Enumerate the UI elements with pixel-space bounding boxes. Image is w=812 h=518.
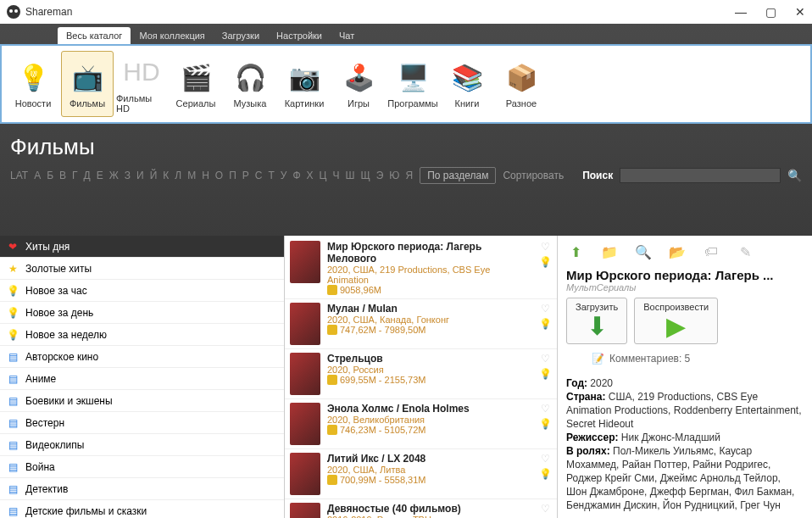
bulb-icon[interactable]: 💡 bbox=[539, 468, 552, 480]
sidebar-item[interactable]: ★Золотые хиты bbox=[0, 258, 284, 280]
letter-Я[interactable]: Я bbox=[405, 170, 413, 181]
heart-icon[interactable]: ♡ bbox=[541, 353, 550, 365]
sidebar-item[interactable]: ▤Детские фильмы и сказки bbox=[0, 500, 284, 518]
letter-М[interactable]: М bbox=[187, 170, 196, 181]
sidebar-item[interactable]: ▤Авторское кино bbox=[0, 346, 284, 368]
toolbar-label: Игры bbox=[348, 98, 370, 109]
tab-Настройки[interactable]: Настройки bbox=[268, 27, 331, 44]
letter-О[interactable]: О bbox=[215, 170, 223, 181]
search-icon[interactable]: 🔍 bbox=[787, 169, 802, 182]
sidebar-item[interactable]: ▤Аниме bbox=[0, 368, 284, 390]
download-button[interactable]: Загрузить ⬇ bbox=[566, 298, 627, 344]
toolbar-filmshd[interactable]: HDФильмы HD bbox=[115, 51, 168, 117]
heart-icon[interactable]: ♡ bbox=[541, 503, 550, 515]
sections-button[interactable]: По разделам bbox=[420, 167, 496, 184]
search-input[interactable] bbox=[620, 168, 781, 183]
comments-link[interactable]: 📝 Комментариев: 5 bbox=[592, 353, 804, 365]
toolbar-films[interactable]: 📺Фильмы bbox=[61, 51, 114, 117]
toolbar-other[interactable]: 📦Разное bbox=[495, 51, 548, 117]
letter-Р[interactable]: Р bbox=[242, 170, 249, 181]
list-item[interactable]: Стрельцов2020, Россия699,55M - 2155,73M♡… bbox=[285, 349, 557, 399]
letter-Е[interactable]: Е bbox=[97, 170, 103, 181]
sidebar-item[interactable]: 💡Новое за неделю bbox=[0, 324, 284, 346]
tab-Моя коллекция[interactable]: Моя коллекция bbox=[131, 27, 213, 44]
letter-Н[interactable]: Н bbox=[202, 170, 209, 181]
letter-Л[interactable]: Л bbox=[175, 170, 181, 181]
wand-icon[interactable]: ✎ bbox=[736, 242, 754, 261]
bulb-icon[interactable]: 💡 bbox=[539, 418, 552, 430]
sidebar-item[interactable]: 💡Новое за час bbox=[0, 280, 284, 302]
list-item[interactable]: Мир Юрского периода: Лагерь Мелового2020… bbox=[285, 237, 557, 299]
pictures-icon: 📷 bbox=[286, 59, 322, 95]
letter-С[interactable]: С bbox=[255, 170, 263, 181]
letter-Ц[interactable]: Ц bbox=[320, 170, 327, 181]
maximize-button[interactable]: ▢ bbox=[765, 5, 776, 19]
sidebar-item[interactable]: ▤Война bbox=[0, 456, 284, 478]
letter-В[interactable]: В bbox=[59, 170, 66, 181]
letter-Ю[interactable]: Ю bbox=[389, 170, 399, 181]
letter-LAT[interactable]: LAT bbox=[10, 170, 28, 181]
letter-П[interactable]: П bbox=[229, 170, 236, 181]
tab-Весь каталог[interactable]: Весь каталог bbox=[58, 27, 131, 44]
sidebar-item[interactable]: ▤Детектив bbox=[0, 478, 284, 500]
toolbar-label: Фильмы HD bbox=[116, 93, 167, 114]
list-item[interactable]: Девяностые (40 фильмов)2016-2019, Россия… bbox=[285, 499, 557, 518]
letter-Г[interactable]: Г bbox=[72, 170, 78, 181]
toolbar-news[interactable]: 💡Новости bbox=[7, 51, 59, 117]
close-button[interactable]: ✕ bbox=[795, 5, 805, 19]
letter-Д[interactable]: Д bbox=[84, 170, 91, 181]
toolbar-music[interactable]: 🎧Музыка bbox=[224, 51, 276, 117]
bulb-icon[interactable]: 💡 bbox=[539, 318, 552, 330]
list-item[interactable]: Литий Икс / LX 20482020, США, Литва700,9… bbox=[285, 449, 557, 499]
play-button[interactable]: Воспроизвести ▶ bbox=[634, 298, 718, 344]
bulb-icon[interactable]: 💡 bbox=[539, 256, 552, 268]
letter-Ч[interactable]: Ч bbox=[332, 170, 339, 181]
letter-Ж[interactable]: Ж bbox=[109, 170, 119, 181]
sidebar-item[interactable]: ▤Видеоклипы bbox=[0, 434, 284, 456]
letter-И[interactable]: И bbox=[136, 170, 144, 181]
poster-thumb bbox=[290, 453, 320, 495]
toolbar-pictures[interactable]: 📷Картинки bbox=[278, 51, 331, 117]
letter-Б[interactable]: Б bbox=[47, 170, 53, 181]
sidebar-item[interactable]: ❤Хиты дня bbox=[0, 236, 284, 258]
list-item[interactable]: Мулан / Mulan2020, США, Канада, Гонконг7… bbox=[285, 299, 557, 349]
letter-Т[interactable]: Т bbox=[268, 170, 274, 181]
toolbar-serials[interactable]: 🎬Сериалы bbox=[170, 51, 222, 117]
add-folder-icon[interactable]: 📂 bbox=[668, 242, 687, 261]
search-folder-icon[interactable]: 🔍 bbox=[634, 242, 653, 261]
upload-icon[interactable]: ⬆ bbox=[566, 242, 585, 261]
sidebar-item-label: Детские фильмы и сказки bbox=[25, 505, 147, 517]
heart-icon[interactable]: ♡ bbox=[541, 303, 550, 315]
heart-icon[interactable]: ♡ bbox=[541, 241, 550, 253]
heart-icon[interactable]: ♡ bbox=[541, 453, 550, 465]
item-title: Девяностые (40 фильмов) bbox=[327, 503, 532, 515]
sidebar-item[interactable]: 💡Новое за день bbox=[0, 302, 284, 324]
letter-Ф[interactable]: Ф bbox=[292, 170, 300, 181]
letter-Щ[interactable]: Щ bbox=[360, 170, 370, 181]
heart-icon[interactable]: ♡ bbox=[541, 403, 550, 415]
play-label: Воспроизвести bbox=[643, 302, 709, 312]
toolbar-programs[interactable]: 🖥️Программы bbox=[387, 51, 439, 117]
letter-Х[interactable]: Х bbox=[307, 170, 314, 181]
letter-Э[interactable]: Э bbox=[376, 170, 384, 181]
folder-icon[interactable]: 📁 bbox=[600, 242, 619, 261]
letter-Ш[interactable]: Ш bbox=[345, 170, 354, 181]
sort-button[interactable]: Сортировать bbox=[503, 170, 564, 181]
bulb-icon[interactable]: 💡 bbox=[539, 368, 552, 380]
tag-icon[interactable]: 🏷 bbox=[702, 242, 720, 261]
list-item[interactable]: Энола Холмс / Enola Holmes2020, Великобр… bbox=[285, 399, 557, 449]
letter-А[interactable]: А bbox=[34, 170, 41, 181]
toolbar-games[interactable]: 🕹️Игры bbox=[332, 51, 385, 117]
sidebar-item[interactable]: ▤Боевики и экшены bbox=[0, 390, 284, 412]
sidebar-item[interactable]: ▤Вестерн bbox=[0, 412, 284, 434]
letter-Й[interactable]: Й bbox=[150, 170, 158, 181]
letter-У[interactable]: У bbox=[281, 170, 287, 181]
tab-Чат[interactable]: Чат bbox=[331, 27, 363, 44]
minimize-button[interactable]: — bbox=[735, 5, 747, 19]
toolbar-books[interactable]: 📚Книги bbox=[441, 51, 493, 117]
download-icon: ⬇ bbox=[587, 315, 608, 338]
letter-З[interactable]: З bbox=[125, 170, 131, 181]
toolbar-label: Фильмы bbox=[70, 98, 105, 109]
letter-К[interactable]: К bbox=[163, 170, 169, 181]
tab-Загрузки[interactable]: Загрузки bbox=[214, 27, 268, 44]
